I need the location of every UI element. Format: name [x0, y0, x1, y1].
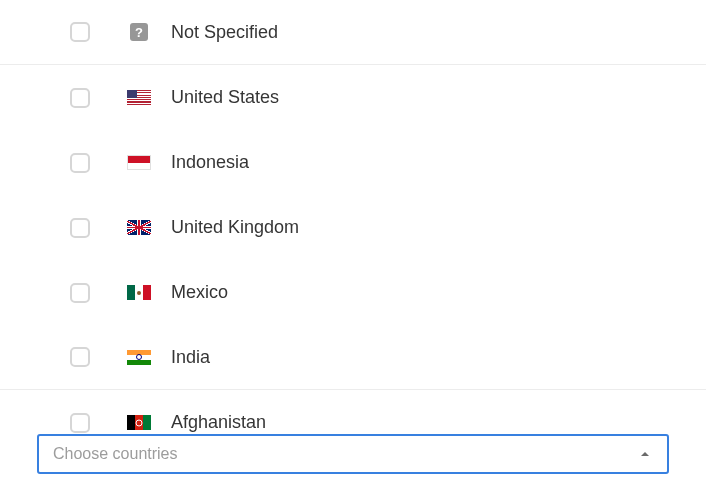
flag-afghanistan-icon — [127, 415, 151, 431]
flag-india-icon — [127, 349, 151, 365]
flag-united-states-icon — [127, 90, 151, 106]
checkbox[interactable] — [70, 347, 90, 367]
country-label: India — [171, 347, 210, 368]
flag-mexico-icon — [127, 285, 151, 301]
country-option-us[interactable]: United States — [0, 65, 706, 130]
country-label: Not Specified — [171, 22, 278, 43]
country-option-gb[interactable]: United Kingdom — [0, 195, 706, 260]
country-label: United States — [171, 87, 279, 108]
country-option-mx[interactable]: Mexico — [0, 260, 706, 325]
checkbox[interactable] — [70, 218, 90, 238]
country-label: Mexico — [171, 282, 228, 303]
country-label: Indonesia — [171, 152, 249, 173]
country-option-in[interactable]: India — [0, 325, 706, 390]
svg-marker-0 — [641, 452, 649, 456]
checkbox[interactable] — [70, 22, 90, 42]
checkbox[interactable] — [70, 283, 90, 303]
country-combobox[interactable] — [37, 434, 669, 474]
country-search-input[interactable] — [53, 445, 637, 463]
country-option-id[interactable]: Indonesia — [0, 130, 706, 195]
country-multiselect-panel: ? Not Specified United States Indonesia … — [0, 0, 706, 500]
unknown-flag-icon: ? — [127, 24, 151, 40]
country-label: United Kingdom — [171, 217, 299, 238]
checkbox[interactable] — [70, 153, 90, 173]
country-options-list: ? Not Specified United States Indonesia … — [0, 0, 706, 455]
country-label: Afghanistan — [171, 412, 266, 433]
question-icon: ? — [130, 23, 148, 41]
checkbox[interactable] — [70, 88, 90, 108]
checkbox[interactable] — [70, 413, 90, 433]
flag-indonesia-icon — [127, 155, 151, 171]
flag-united-kingdom-icon — [127, 220, 151, 236]
caret-up-icon[interactable] — [637, 446, 653, 462]
country-option-not-specified[interactable]: ? Not Specified — [0, 0, 706, 65]
